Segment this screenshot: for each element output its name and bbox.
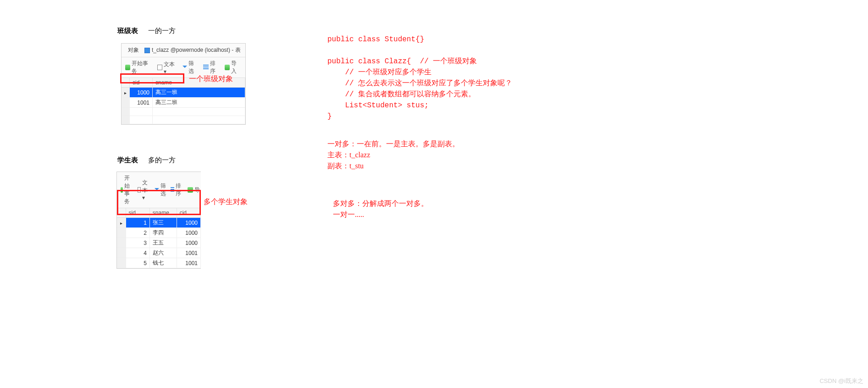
- sort-icon: [203, 65, 208, 70]
- table-row[interactable]: 3 王五 1000: [117, 238, 201, 248]
- note-line: 主表：t_clazz: [327, 151, 370, 159]
- import-button[interactable]: 导入: [225, 60, 242, 75]
- note-line: 多对多：分解成两个一对多。: [333, 200, 428, 207]
- clazz-heading-row: 班级表 一的一方: [117, 27, 176, 35]
- col-cid[interactable]: cid: [177, 208, 200, 218]
- clazz-tab-title-text: t_clazz @powernode (localhost) - 表: [152, 46, 241, 54]
- import-label: 导: [194, 186, 200, 194]
- cell-sid[interactable]: 5: [126, 258, 149, 268]
- text-button[interactable]: 文本 ▾: [157, 61, 178, 75]
- text-button[interactable]: 文本 ▾: [138, 179, 150, 201]
- table-row[interactable]: 5 钱七 1001: [117, 258, 201, 268]
- code-block: public class Student{} public class Claz…: [327, 34, 512, 122]
- filter-label: 筛选: [160, 182, 166, 198]
- cell-sid[interactable]: 3: [126, 238, 149, 248]
- start-icon: [121, 187, 123, 193]
- note-line: 一对一.....: [333, 211, 364, 218]
- row-marker: [117, 258, 126, 268]
- filter-label: 筛选: [188, 60, 199, 75]
- clazz-annotation: 一个班级对象: [189, 74, 233, 84]
- row-marker-header: [117, 208, 126, 218]
- note-line: 一对多：一在前。一是主表。多是副表。: [327, 140, 459, 148]
- row-marker: [122, 98, 130, 108]
- cell-cid[interactable]: 1000: [177, 238, 200, 248]
- start-tx-button[interactable]: 开始事务: [121, 174, 133, 205]
- sort-button[interactable]: 排序: [171, 182, 183, 198]
- cell-sid[interactable]: 4: [126, 248, 149, 258]
- cell-sname[interactable]: 钱七: [149, 258, 177, 268]
- import-label: 导入: [231, 60, 242, 75]
- sort-label: 排序: [210, 60, 221, 75]
- cell-sname[interactable]: 张三: [149, 218, 177, 228]
- note-one-to-many: 一对多：一在前。一是主表。多是副表。 主表：t_clazz 副表：t_stu: [327, 139, 459, 172]
- table-row-empty: [122, 108, 245, 116]
- stu-heading-row: 学生表 多的一方: [117, 156, 176, 165]
- clazz-grid[interactable]: cid cname 1000 高三一班 1001 高三二班: [122, 78, 245, 124]
- table-row[interactable]: 4 赵六 1001: [117, 248, 201, 258]
- col-cid[interactable]: cid: [130, 78, 153, 88]
- stu-annotation: 多个学生对象: [204, 197, 248, 207]
- cell-cname[interactable]: 高三二班: [153, 98, 245, 108]
- col-sid[interactable]: sid: [126, 208, 149, 218]
- import-icon: [225, 65, 230, 70]
- clazz-db-panel: 对象 t_clazz @powernode (localhost) - 表 开始…: [121, 43, 246, 125]
- row-marker-header: [122, 78, 130, 88]
- table-row[interactable]: 1000 高三一班: [122, 88, 245, 98]
- cell-sname[interactable]: 赵六: [149, 248, 177, 258]
- cell-sid[interactable]: 2: [126, 228, 149, 238]
- code-line: public class Clazz{ // 一个班级对象: [327, 57, 477, 66]
- row-marker: [117, 248, 126, 258]
- cell-cname[interactable]: 高三一班: [153, 88, 245, 98]
- filter-button[interactable]: 筛选: [182, 60, 199, 75]
- cell-sname[interactable]: 李四: [149, 228, 177, 238]
- col-sname[interactable]: sname: [149, 208, 177, 218]
- row-marker: [117, 228, 126, 238]
- stu-grid[interactable]: sid sname cid 1 张三 1000 2 李四 1000: [117, 208, 201, 268]
- cell-cid[interactable]: 1001: [177, 258, 200, 268]
- stu-db-panel: 开始事务 文本 ▾ 筛选 排序 导 sid sname cid 1 张三: [116, 172, 201, 269]
- cell-cid[interactable]: 1001: [177, 248, 200, 258]
- row-marker: [122, 88, 130, 98]
- table-icon: [144, 48, 150, 53]
- clazz-table-panel-wrap: 对象 t_clazz @powernode (localhost) - 表 开始…: [121, 43, 246, 125]
- note-many-to-many: 多对多：分解成两个一对多。 一对一.....: [333, 198, 428, 220]
- code-line: }: [327, 112, 332, 121]
- filter-icon: [155, 188, 159, 193]
- start-tx-label: 开始事务: [124, 174, 133, 205]
- code-line: // 怎么去表示这一个班级对应了多个学生对象呢？: [327, 79, 512, 88]
- code-line: // 一个班级对应多个学生: [327, 68, 431, 77]
- watermark: CSDN @i既来之: [819, 377, 863, 385]
- row-marker: [117, 218, 126, 228]
- cell-sid[interactable]: 1: [126, 218, 149, 228]
- cell-cid[interactable]: 1000: [130, 88, 153, 98]
- doc-icon: [157, 65, 162, 70]
- start-tx-button[interactable]: 开始事务: [125, 60, 153, 75]
- clazz-tab-title[interactable]: t_clazz @powernode (localhost) - 表: [144, 46, 241, 54]
- text-label: 文本 ▾: [164, 61, 178, 75]
- clazz-panel-header: 对象 t_clazz @powernode (localhost) - 表: [122, 44, 245, 57]
- code-line: // 集合或者数组都可以容纳多个元素。: [327, 90, 475, 99]
- cell-cid[interactable]: 1000: [177, 218, 200, 228]
- cell-cid[interactable]: 1001: [130, 98, 153, 108]
- clazz-subtitle: 一的一方: [148, 27, 176, 34]
- table-row-empty: [122, 116, 245, 124]
- table-row[interactable]: 1001 高三二班: [122, 98, 245, 108]
- sort-button[interactable]: 排序: [203, 60, 220, 75]
- start-tx-label: 开始事务: [132, 60, 152, 75]
- stu-toolbar: 开始事务 文本 ▾ 筛选 排序 导: [117, 172, 201, 208]
- cell-sname[interactable]: 王五: [149, 238, 177, 248]
- sort-label: 排序: [176, 182, 183, 198]
- objects-tab[interactable]: 对象: [125, 45, 142, 55]
- table-row[interactable]: 1 张三 1000: [117, 218, 201, 228]
- table-row[interactable]: 2 李四 1000: [117, 228, 201, 238]
- clazz-title: 班级表: [117, 27, 138, 34]
- code-line: List<Student> stus;: [327, 101, 429, 110]
- filter-icon: [182, 66, 187, 70]
- filter-button[interactable]: 筛选: [155, 182, 166, 198]
- row-marker: [117, 238, 126, 248]
- start-icon: [125, 65, 130, 70]
- cell-cid[interactable]: 1000: [177, 228, 200, 238]
- import-button[interactable]: 导: [188, 186, 200, 194]
- doc-icon: [138, 187, 141, 193]
- import-icon: [188, 187, 193, 193]
